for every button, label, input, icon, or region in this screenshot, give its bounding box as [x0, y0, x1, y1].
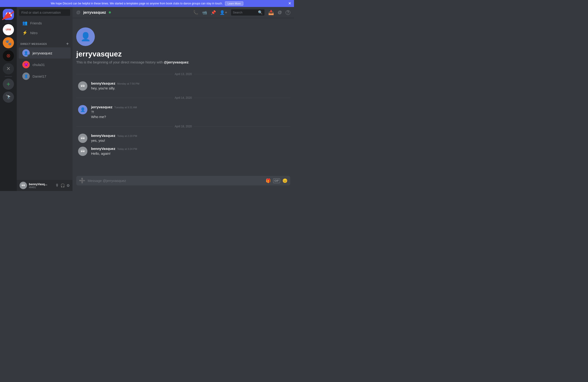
dm-intro: 👤 jerryvasquez This is the beginning of …	[76, 23, 290, 69]
msg-content-msg2: jerryvasquez Tuesday at 9:31 AM ?! Who m…	[91, 105, 288, 119]
date-separator-april13: April 13, 2020	[76, 73, 290, 76]
msg-header-msg3: bennyVasquez Today at 2:20 PM	[91, 134, 288, 138]
msg-text-msg1: hey, you're silly.	[91, 86, 288, 91]
msg-username-msg4[interactable]: bennyVasquez	[91, 147, 115, 151]
app-layout: URM 🐾 ⊗ ✕ + 🔭 👥 Frien	[0, 7, 294, 191]
headset-button[interactable]: 🎧	[61, 183, 65, 188]
dm-avatar-chula31: 😈	[22, 61, 30, 68]
sidebar-item-nitro[interactable]: ⚡ Nitro	[19, 28, 71, 37]
phone-call-button[interactable]: 📞	[193, 10, 198, 15]
message-input-actions: 🎁 GIF 😊	[266, 178, 288, 183]
message-input[interactable]	[88, 176, 263, 185]
dm-avatar-jerryvasquez: 👤	[22, 49, 30, 57]
msg-text-msg3: yes, you!	[91, 138, 288, 143]
attach-file-button[interactable]: ➕	[79, 178, 85, 184]
dm-item-chula31[interactable]: 😈 chula31	[19, 59, 71, 70]
current-user-info: bennyVasq... #8491	[29, 182, 53, 189]
date-separator-april18: April 18, 2020	[76, 125, 290, 128]
dm-item-jerryvasquez[interactable]: 👤 jerryvasquez	[19, 47, 71, 59]
msg-content-msg3: bennyVasquez Today at 2:20 PM yes, you!	[91, 134, 288, 143]
message-group-msg2: 👤 jerryvasquez Tuesday at 9:31 AM ?! Who…	[76, 104, 290, 120]
server-separator-2	[5, 76, 12, 77]
msg-timestamp-msg2: Tuesday at 9:31 AM	[114, 106, 137, 109]
user-bar: 🕶 bennyVasq... #8491 🎙 🎧 ⚙	[17, 180, 73, 191]
msg-username-msg2[interactable]: jerryvasquez	[91, 105, 112, 109]
nitro-label: Nitro	[30, 31, 38, 35]
pin-button[interactable]: 📌	[211, 10, 216, 15]
dm-item-daniel17[interactable]: 👤 Daniel17	[19, 71, 71, 82]
notification-close-button[interactable]: ✕	[288, 2, 291, 5]
server-icon-x-server[interactable]: ✕	[3, 63, 14, 74]
message-group-msg1: 🕶 bennyVasquez Monday at 7:56 PM hey, yo…	[76, 80, 290, 92]
emoji-button[interactable]: 😊	[282, 178, 288, 183]
channel-online-indicator	[109, 11, 111, 14]
msg-text-msg2a: ?!	[91, 109, 288, 114]
channel-name: jerryvasquez	[83, 10, 106, 15]
help-button[interactable]: ?	[286, 10, 290, 15]
dm-avatar-daniel17: 👤	[22, 73, 30, 80]
explore-servers-button[interactable]: 🔭	[3, 92, 14, 103]
friends-label: Friends	[30, 21, 42, 25]
learn-more-button[interactable]: Learn More	[225, 1, 243, 6]
dm-name-daniel17: Daniel17	[33, 74, 46, 78]
video-call-button[interactable]: 📹	[202, 10, 207, 15]
msg-header-msg2: jerryvasquez Tuesday at 9:31 AM	[91, 105, 288, 109]
dm-section-label: DIRECT MESSAGES	[21, 42, 47, 45]
server-sidebar: URM 🐾 ⊗ ✕ + 🔭	[0, 7, 17, 191]
channel-at-symbol: @	[76, 10, 80, 15]
nitro-icon: ⚡	[22, 30, 27, 35]
find-conversation-input[interactable]	[19, 9, 70, 16]
server-icon-dark-circle[interactable]: ⊗	[3, 50, 14, 61]
msg-avatar-benny1: 🕶	[78, 81, 87, 91]
add-dm-button[interactable]: +	[66, 41, 69, 46]
msg-text-msg4: Hello, again!	[91, 151, 288, 156]
msg-username-msg1[interactable]: bennyVasquez	[91, 81, 115, 85]
server-icon-orange-paw[interactable]: 🐾	[3, 37, 14, 48]
msg-timestamp-msg1: Monday at 7:56 PM	[117, 82, 139, 85]
notification-text: We hope Discord can be helpful in these …	[51, 2, 223, 5]
server-icon-discord-home[interactable]	[3, 9, 14, 20]
message-group-msg4: 🕶 bennyVasquez Today at 3:24 PM Hello, a…	[76, 146, 290, 157]
dm-section-header: DIRECT MESSAGES +	[17, 38, 73, 47]
header-actions: 📞 📹 📌 👤+ 🔍 📥 @ ?	[193, 9, 290, 16]
gift-button[interactable]: 🎁	[266, 178, 271, 183]
add-member-button[interactable]: 👤+	[220, 10, 227, 15]
chat-search-box: 🔍	[231, 9, 265, 16]
chat-header: @ jerryvasquez 📞 📹 📌 👤+ 🔍 📥 @ ?	[73, 7, 294, 18]
dm-search-area	[17, 7, 73, 18]
sidebar-item-friends[interactable]: 👥 Friends	[19, 19, 71, 27]
mention-button[interactable]: @	[278, 10, 282, 15]
date-separator-april14: April 14, 2020	[76, 96, 290, 100]
msg-timestamp-msg3: Today at 2:20 PM	[117, 135, 137, 137]
dm-intro-description: This is the beginning of your direct mes…	[76, 60, 287, 64]
msg-avatar-jerry: 👤	[78, 105, 87, 114]
msg-username-msg3[interactable]: bennyVasquez	[91, 134, 115, 138]
dm-intro-username: jerryvasquez	[76, 50, 287, 58]
message-input-box: ➕ 🎁 GIF 😊	[76, 176, 290, 185]
settings-button[interactable]: ⚙	[66, 183, 70, 188]
msg-header-msg4: bennyVasquez Today at 3:24 PM	[91, 147, 288, 151]
messages-area: 👤 jerryvasquez This is the beginning of …	[73, 18, 294, 176]
current-user-tag: #8491	[29, 186, 53, 189]
gif-button[interactable]: GIF	[273, 179, 280, 183]
msg-content-msg4: bennyVasquez Today at 3:24 PM Hello, aga…	[91, 147, 288, 156]
message-input-area: ➕ 🎁 GIF 😊	[73, 176, 294, 191]
server-separator	[5, 22, 12, 22]
msg-timestamp-msg4: Today at 3:24 PM	[117, 148, 137, 150]
msg-text-msg2b: Who me?	[91, 114, 288, 119]
chat-search-input[interactable]	[233, 11, 257, 14]
user-actions: 🎙 🎧 ⚙	[55, 183, 70, 188]
current-user-name: bennyVasq...	[29, 182, 53, 186]
add-server-button[interactable]: +	[3, 79, 14, 90]
msg-content-msg1: bennyVasquez Monday at 7:56 PM hey, you'…	[91, 81, 288, 91]
inbox-button[interactable]: 📥	[268, 10, 274, 15]
msg-avatar-benny4: 🕶	[78, 147, 87, 156]
msg-avatar-benny3: 🕶	[78, 134, 87, 143]
mic-button[interactable]: 🎙	[55, 183, 59, 187]
friends-icon: 👥	[22, 20, 27, 26]
chat-main: @ jerryvasquez 📞 📹 📌 👤+ 🔍 📥 @ ?	[73, 7, 294, 191]
channel-sidebar: 👥 Friends ⚡ Nitro DIRECT MESSAGES + 👤 je…	[17, 7, 73, 191]
online-status-dot	[28, 55, 30, 57]
server-icon-urm[interactable]: URM	[3, 24, 14, 35]
msg-header-msg1: bennyVasquez Monday at 7:56 PM	[91, 81, 288, 85]
